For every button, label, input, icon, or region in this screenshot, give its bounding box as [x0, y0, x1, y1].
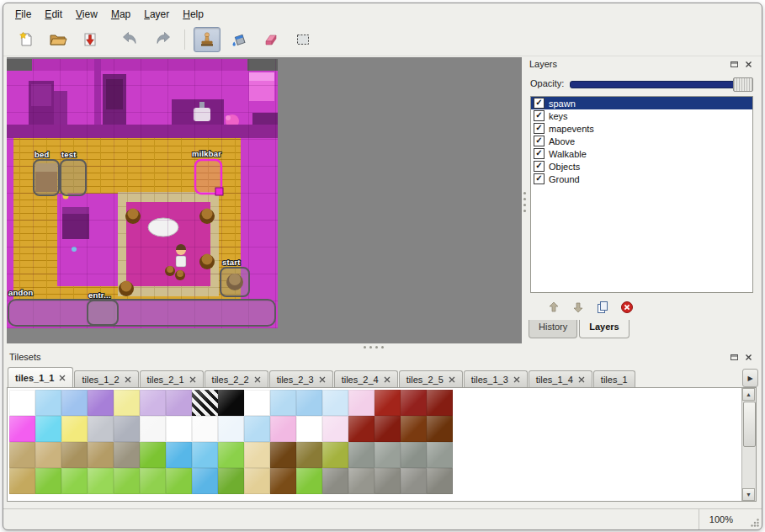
- tileset-tile[interactable]: [61, 468, 88, 494]
- tileset-tile[interactable]: [140, 442, 166, 468]
- tileset-tile[interactable]: [35, 416, 61, 442]
- map-object-start[interactable]: [220, 268, 249, 296]
- tileset-tile[interactable]: [348, 468, 375, 494]
- menu-view[interactable]: View: [69, 6, 104, 23]
- tileset-tab-tiles_1_2[interactable]: tiles_1_2: [74, 370, 138, 387]
- tileset-tile[interactable]: [114, 390, 140, 416]
- tab-close-icon[interactable]: [59, 375, 66, 381]
- tileset-scrollbar[interactable]: ▲ ▼: [741, 388, 756, 501]
- open-map-button[interactable]: [45, 27, 72, 52]
- tileset-grid[interactable]: [9, 390, 453, 494]
- tileset-tile[interactable]: [166, 390, 192, 416]
- layer-visibility-checkbox[interactable]: ✓: [534, 110, 545, 121]
- tileset-tile[interactable]: [348, 390, 375, 416]
- save-map-button[interactable]: [77, 27, 104, 52]
- tileset-tile[interactable]: [114, 468, 140, 494]
- tileset-tile[interactable]: [9, 390, 35, 416]
- menu-map[interactable]: Map: [104, 6, 137, 23]
- tileset-tile[interactable]: [140, 390, 166, 416]
- tileset-tile[interactable]: [244, 416, 270, 442]
- tab-history[interactable]: History: [529, 320, 577, 338]
- tileset-tile[interactable]: [35, 468, 61, 494]
- layer-visibility-checkbox[interactable]: ✓: [534, 173, 545, 184]
- tileset-tile[interactable]: [322, 390, 348, 416]
- tileset-tile[interactable]: [166, 416, 192, 442]
- dock-close-button[interactable]: [742, 352, 754, 363]
- resize-grip[interactable]: [749, 517, 760, 528]
- tileset-tile[interactable]: [270, 416, 296, 442]
- tileset-tile[interactable]: [296, 390, 322, 416]
- tileset-tab-tiles_1_4[interactable]: tiles_1_4: [529, 370, 592, 387]
- layer-visibility-checkbox[interactable]: ✓: [534, 123, 545, 134]
- layer-row-walkable[interactable]: ✓ Walkable: [531, 147, 752, 160]
- tab-close-icon[interactable]: [189, 376, 196, 383]
- tab-layers[interactable]: Layers: [579, 320, 629, 338]
- tileset-tile[interactable]: [296, 468, 322, 494]
- tileset-tile[interactable]: [9, 468, 35, 494]
- delete-layer-button[interactable]: [619, 299, 635, 316]
- select-tool-button[interactable]: [290, 27, 316, 52]
- tileset-tab-tiles_2_5[interactable]: tiles_2_5: [399, 370, 463, 387]
- tileset-tile[interactable]: [375, 416, 401, 442]
- tileset-tab-tiles_2_1[interactable]: tiles_2_1: [140, 370, 204, 387]
- tileset-tile[interactable]: [218, 416, 244, 442]
- tileset-tab-tiles_1_3[interactable]: tiles_1_3: [464, 370, 528, 387]
- scrollbar-thumb[interactable]: [743, 402, 756, 447]
- redo-button[interactable]: [149, 27, 176, 52]
- layer-row-ground[interactable]: ✓ Ground: [531, 173, 752, 185]
- scroll-down-button[interactable]: ▼: [742, 488, 755, 501]
- menu-edit[interactable]: Edit: [38, 6, 69, 23]
- stamp-tool-button[interactable]: [194, 27, 220, 52]
- tileset-tile[interactable]: [192, 390, 218, 416]
- tileset-tab-tiles_2_2[interactable]: tiles_2_2: [205, 370, 268, 387]
- tileset-tile[interactable]: [375, 390, 401, 416]
- tileset-tab-tiles_2_3[interactable]: tiles_2_3: [269, 370, 333, 387]
- tileset-tile[interactable]: [9, 416, 35, 442]
- map-object-andon[interactable]: [8, 300, 275, 326]
- tab-scroll-right-button[interactable]: ▶: [742, 369, 758, 387]
- menu-layer[interactable]: Layer: [137, 6, 176, 23]
- tab-close-icon[interactable]: [513, 376, 520, 383]
- tileset-tile[interactable]: [61, 416, 88, 442]
- tileset-tile[interactable]: [140, 416, 166, 442]
- tileset-tile[interactable]: [375, 468, 401, 494]
- opacity-slider-handle[interactable]: [733, 77, 753, 92]
- map-object-entr[interactable]: [88, 301, 118, 325]
- fill-tool-button[interactable]: [226, 27, 252, 52]
- layer-row-objects[interactable]: ✓ Objects: [531, 160, 752, 173]
- tileset-tile[interactable]: [401, 468, 427, 494]
- map-viewport[interactable]: bed test milkbar start andon entr...: [7, 57, 522, 343]
- tileset-tile[interactable]: [427, 416, 453, 442]
- layer-visibility-checkbox[interactable]: ✓: [534, 161, 545, 172]
- tileset-tile[interactable]: [322, 442, 348, 468]
- scroll-up-button[interactable]: ▲: [742, 388, 755, 401]
- tileset-tile[interactable]: [218, 442, 244, 468]
- layer-visibility-checkbox[interactable]: ✓: [534, 148, 545, 159]
- tileset-tile[interactable]: [192, 442, 218, 468]
- opacity-slider[interactable]: [570, 77, 753, 90]
- layer-row-above[interactable]: ✓ Above: [531, 135, 752, 147]
- tileset-tab-tiles_2_4[interactable]: tiles_2_4: [334, 370, 398, 387]
- layer-row-spawn[interactable]: ✓ spawn: [531, 97, 752, 109]
- lower-layer-button[interactable]: [570, 299, 587, 316]
- tileset-tile[interactable]: [427, 442, 453, 468]
- layer-visibility-checkbox[interactable]: ✓: [534, 136, 545, 146]
- tileset-tile[interactable]: [166, 442, 192, 468]
- tileset-tile[interactable]: [427, 468, 453, 494]
- tileset-tile[interactable]: [114, 442, 140, 468]
- eraser-tool-button[interactable]: [258, 27, 284, 52]
- tileset-tile[interactable]: [401, 416, 427, 442]
- map-object-test[interactable]: [61, 160, 86, 195]
- menu-help[interactable]: Help: [176, 6, 210, 23]
- tileset-tile[interactable]: [192, 468, 218, 494]
- tileset-tile[interactable]: [270, 468, 296, 494]
- dock-float-button[interactable]: [728, 352, 740, 363]
- tileset-tile[interactable]: [296, 442, 322, 468]
- tileset-tile[interactable]: [401, 442, 427, 468]
- tileset-tile[interactable]: [218, 390, 244, 416]
- tileset-tile[interactable]: [9, 442, 35, 468]
- selection-handle[interactable]: [215, 188, 223, 195]
- tab-close-icon[interactable]: [449, 376, 455, 383]
- tileset-tile[interactable]: [322, 468, 348, 494]
- tileset-tile[interactable]: [244, 442, 270, 468]
